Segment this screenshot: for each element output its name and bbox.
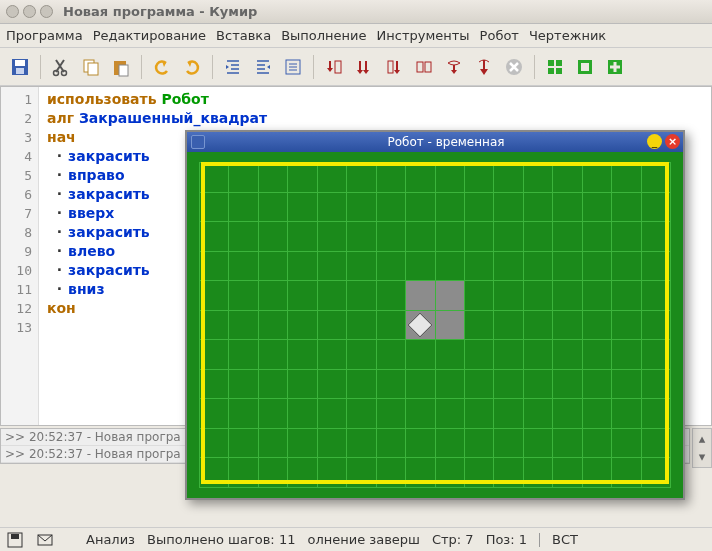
stop-icon [504,57,524,77]
status-done: олнение заверш [307,532,420,547]
svg-point-3 [54,70,59,75]
toolbar [0,48,712,86]
window-button-max[interactable] [40,5,53,18]
toggle-comment-button[interactable] [279,53,307,81]
step-over-icon [354,57,374,77]
toggle-comment-icon [283,57,303,77]
undo-icon [152,57,172,77]
step-into-icon [324,57,344,77]
robot-field[interactable] [187,152,683,498]
svg-rect-15 [548,60,554,66]
paste-icon [111,57,131,77]
run2-button[interactable] [440,53,468,81]
run-icon [384,57,404,77]
menu-drawer[interactable]: Чертежник [529,28,606,43]
cut-button[interactable] [47,53,75,81]
menubar: Программа Редактирование Вставка Выполне… [0,24,712,48]
stop-button[interactable] [500,53,528,81]
redo-button[interactable] [178,53,206,81]
run3-button[interactable] [470,53,498,81]
svg-rect-1 [15,60,25,66]
indent-icon [223,57,243,77]
grid1-button[interactable] [541,53,569,81]
grid-plus-icon [605,57,625,77]
svg-rect-2 [16,68,24,74]
status-analysis: Анализ [86,532,135,547]
menu-edit[interactable]: Редактирование [93,28,206,43]
menu-run[interactable]: Выполнение [281,28,366,43]
status-pos: Поз: 1 [486,532,527,547]
menu-robot[interactable]: Робот [480,28,519,43]
status-mail-icon[interactable] [36,531,54,549]
indent-button[interactable] [219,53,247,81]
separator [40,55,41,79]
svg-rect-23 [11,534,19,539]
robot-window[interactable]: Робот - временная _ × [185,130,685,500]
step-into-button[interactable] [320,53,348,81]
svg-rect-8 [119,65,128,76]
svg-rect-12 [417,62,423,72]
window-title: Новая программа - Кумир [63,4,257,19]
outdent-button[interactable] [249,53,277,81]
code-line[interactable]: использовать Робот [47,90,703,109]
svg-rect-11 [388,61,393,73]
window-button-close[interactable] [6,5,19,18]
outdent-icon [253,57,273,77]
svg-rect-6 [88,63,98,75]
editor-gutter: 12345678910111213 [1,87,39,425]
svg-rect-20 [581,63,589,71]
debug-icon [414,57,434,77]
debug-button[interactable] [410,53,438,81]
scroll-down-icon[interactable]: ▾ [693,447,711,465]
statusbar: Анализ Выполнено шагов: 11 олнение завер… [0,527,712,551]
run2-icon [444,57,464,77]
status-save-icon[interactable] [6,531,24,549]
menu-insert[interactable]: Вставка [216,28,271,43]
grid-icon [545,57,565,77]
copy-icon [81,57,101,77]
menu-program[interactable]: Программа [6,28,83,43]
separator [539,533,540,547]
step-over-button[interactable] [350,53,378,81]
menu-tools[interactable]: Инструменты [377,28,470,43]
grid2-button[interactable] [571,53,599,81]
save-button[interactable] [6,53,34,81]
robot-window-title: Робот - временная [209,135,683,149]
svg-rect-17 [548,68,554,74]
separator [141,55,142,79]
status-mode: ВСТ [552,532,578,547]
svg-point-4 [62,70,67,75]
svg-rect-16 [556,60,562,66]
run3-icon [474,57,494,77]
save-icon [10,57,30,77]
svg-rect-18 [556,68,562,74]
redo-icon [182,57,202,77]
grid3-button[interactable] [601,53,629,81]
scroll-up-icon[interactable]: ▴ [693,429,711,447]
status-line: Стр: 7 [432,532,474,547]
robot-window-close[interactable]: × [665,134,680,149]
run-button[interactable] [380,53,408,81]
svg-rect-13 [425,62,431,72]
separator [212,55,213,79]
robot-window-minimize[interactable]: _ [647,134,662,149]
log-scrollbar[interactable]: ▴ ▾ [692,428,712,468]
robot-grid [199,162,671,488]
robot-window-icon [191,135,205,149]
robot-window-titlebar[interactable]: Робот - временная _ × [187,132,683,152]
status-steps: Выполнено шагов: 11 [147,532,295,547]
separator [313,55,314,79]
separator [534,55,535,79]
paste-button[interactable] [107,53,135,81]
undo-button[interactable] [148,53,176,81]
code-line[interactable]: алг Закрашенный_квадрат [47,109,703,128]
svg-rect-10 [335,61,341,73]
cut-icon [51,57,71,77]
copy-button[interactable] [77,53,105,81]
window-titlebar: Новая программа - Кумир [0,0,712,24]
grid-outline-icon [575,57,595,77]
window-button-min[interactable] [23,5,36,18]
